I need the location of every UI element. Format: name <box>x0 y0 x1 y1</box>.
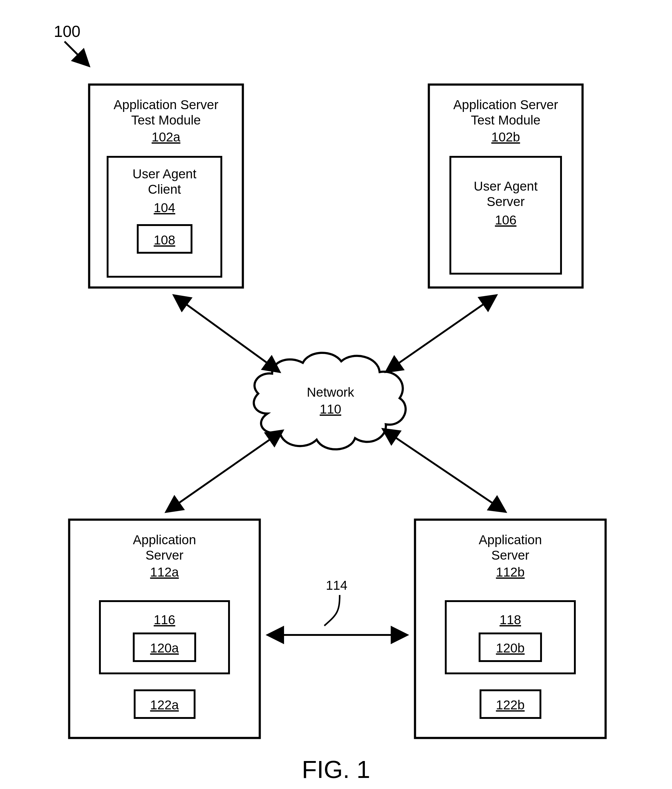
uac-title-2: Client <box>148 182 181 196</box>
uac-ref: 104 <box>154 200 175 215</box>
figure-caption: FIG. 1 <box>302 756 370 783</box>
top-right-ref: 102b <box>491 130 520 144</box>
arrow-tr-network <box>386 295 496 372</box>
link-ref-leader <box>324 595 340 626</box>
box-bottom-left: Application Server 112a 116 120a 122a <box>69 520 260 738</box>
br-ref: 112b <box>496 565 524 579</box>
figure-canvas: 100 Application Server Test Module 102a … <box>0 0 672 789</box>
top-left-title-1: Application Server <box>114 97 219 112</box>
bl-inner-sub-ref: 120a <box>150 641 179 655</box>
svg-rect-6 <box>100 601 229 673</box>
top-right-title-1: Application Server <box>453 97 558 112</box>
box-bottom-right: Application Server 112b 118 120b 122b <box>415 520 606 738</box>
svg-rect-10 <box>446 601 575 673</box>
box-top-left: Application Server Test Module 102a User… <box>89 85 243 287</box>
uas-title-1: User Agent <box>474 179 538 193</box>
top-left-title-2: Test Module <box>131 113 201 127</box>
bl-title-2: Server <box>145 548 184 562</box>
bl-lower-ref: 122a <box>150 698 179 712</box>
br-title-2: Server <box>491 548 529 562</box>
uas-ref: 106 <box>495 213 516 227</box>
arrow-bl-network <box>166 430 283 512</box>
box-top-right: Application Server Test Module 102b User… <box>429 85 583 287</box>
bl-ref: 112a <box>150 565 179 579</box>
bl-title-1: Application <box>133 533 196 547</box>
link-ref: 114 <box>326 578 347 593</box>
top-left-ref: 102a <box>152 130 180 144</box>
top-right-title-2: Test Module <box>471 113 540 127</box>
bl-inner-top-ref: 116 <box>154 613 175 627</box>
network-ref: 110 <box>320 402 341 416</box>
br-inner-top-ref: 118 <box>500 613 521 627</box>
uac-sub-ref: 108 <box>154 233 175 247</box>
arrow-tl-network <box>174 295 280 372</box>
br-lower-ref: 122b <box>496 698 524 712</box>
system-ref-arrow <box>65 42 89 66</box>
br-inner-sub-ref: 120b <box>496 641 524 655</box>
uas-title-2: Server <box>487 194 525 209</box>
system-ref: 100 <box>54 22 81 40</box>
arrow-br-network <box>383 429 506 512</box>
uac-title-1: User Agent <box>132 167 196 181</box>
br-title-1: Application <box>479 533 542 547</box>
network-label: Network <box>307 385 354 399</box>
